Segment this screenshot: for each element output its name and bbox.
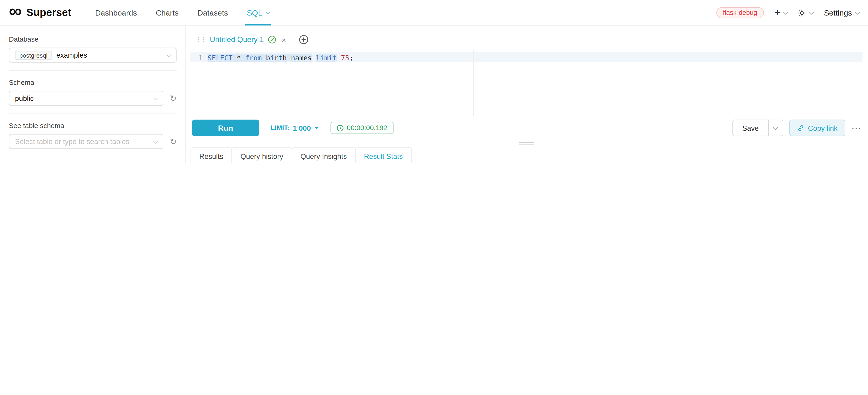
schema-select[interactable]: public [9,91,164,105]
chevron-down-icon [855,10,860,14]
nav-item-label: Dashboards [95,8,137,17]
refresh-schemas-button[interactable]: ↻ [169,94,177,102]
database-label: Database [9,35,177,43]
schema-row: public ↻ [9,91,177,105]
nav-item-datasets[interactable]: Datasets [188,0,238,25]
line-number: 1 [190,54,207,62]
limit-label: LIMIT: [271,124,289,132]
nav-item-label: Charts [156,8,179,17]
table-select-placeholder: Select table or type to search tables [15,138,129,146]
tab-results[interactable]: Results [190,147,232,163]
save-split-button: Save [732,120,783,136]
chevron-down-icon [773,125,778,130]
brand[interactable]: ∞ Superset [9,5,71,20]
chevron-down-icon [783,10,788,14]
limit-dropdown[interactable]: LIMIT: 1 000 [271,124,318,132]
sql-lab-sidebar: Database postgresql examples Schema publ… [0,26,186,163]
app: ∞ Superset DashboardsChartsDatasetsSQL f… [0,0,868,163]
sql-code-editor[interactable]: 1 SELECT * from birth_names limit 75; [190,50,863,116]
grip-row [190,140,863,147]
tab-result-stats[interactable]: Result Stats [355,147,412,163]
sql-token [232,54,237,62]
chevron-down-icon [266,10,270,14]
circle-plus-icon [299,35,308,44]
pane-resize-handle[interactable] [519,143,534,145]
results-tabbar: ResultsQuery historyQuery InsightsResult… [190,147,863,163]
nav-item-sql[interactable]: SQL [238,0,279,25]
body: Database postgresql examples Schema publ… [0,26,868,163]
print-margin [473,50,474,116]
run-button[interactable]: Run [192,120,259,136]
settings-menu[interactable]: Settings [824,8,859,17]
db-engine-badge: postgresql [15,51,52,60]
save-dropdown-button[interactable] [769,120,783,136]
sql-token: SELECT [208,54,232,62]
tab-query-history[interactable]: Query history [231,147,292,163]
chevron-down-icon [809,10,814,14]
database-select[interactable]: postgresql examples [9,48,177,62]
link-icon [797,124,804,131]
table-select[interactable]: Select table or type to search tables [9,134,164,149]
nav-item-label: SQL [247,8,262,17]
sql-token: 75 [341,54,349,62]
nav-item-label: Datasets [197,8,228,17]
new-item-button[interactable]: + [774,8,787,18]
sun-icon [798,9,806,17]
query-timer: 00:00:00.192 [330,122,393,134]
navbar-right: flask-debug + Settings [716,7,859,18]
sql-token [337,54,341,62]
divider [9,70,177,71]
schema-value: public [15,94,34,102]
timer-value: 00:00:00.192 [347,124,388,132]
chevron-down-icon [166,52,171,57]
sql-token: ; [349,54,353,62]
plus-icon: + [774,8,780,18]
theme-toggle-button[interactable] [798,9,813,17]
query-tabbar: ⋮⋮ Untitled Query 1 × [190,29,863,50]
success-check-icon [268,35,276,44]
query-tab[interactable]: ⋮⋮ Untitled Query 1 × [190,29,291,50]
refresh-tables-button[interactable]: ↻ [169,138,177,146]
limit-value: 1 000 [293,124,311,132]
nav-item-charts[interactable]: Charts [146,0,188,25]
divider [9,114,177,114]
sql-editor-panel: ⋮⋮ Untitled Query 1 × 1 SELECT * from bi… [186,26,868,163]
add-tab-button[interactable] [299,35,308,44]
brand-name: Superset [26,7,71,19]
more-actions-button[interactable]: ⋯ [851,122,861,134]
sql-token: birth_names [262,54,312,62]
sql-code: SELECT * from birth_names limit 75; [208,54,353,62]
table-row: Select table or type to search tables ↻ [9,134,177,149]
table-schema-label: See table schema [9,122,177,130]
nav-item-dashboards[interactable]: Dashboards [86,0,146,25]
navbar: ∞ Superset DashboardsChartsDatasetsSQL f… [0,0,868,26]
toolbar-right: Save Copy link ⋯ [732,120,861,136]
close-tab-icon[interactable]: × [282,35,286,44]
chevron-down-icon [153,95,158,100]
sql-token [312,54,316,62]
clock-icon [336,124,343,131]
schema-label: Schema [9,79,177,86]
copy-link-button[interactable]: Copy link [789,120,845,136]
settings-label: Settings [824,8,852,17]
sql-token: from [245,54,262,62]
editor-toolbar: Run LIMIT: 1 000 00:00:00.192 Save [190,116,863,140]
query-tab-title: Untitled Query 1 [210,35,264,44]
database-value: examples [56,51,87,59]
superset-logo-icon: ∞ [9,2,22,20]
environment-badge: flask-debug [716,7,764,18]
drag-handle-icon: ⋮⋮ [195,36,206,43]
sql-token [241,54,245,62]
sql-token: * [237,54,241,62]
save-button[interactable]: Save [732,120,769,136]
chevron-down-icon [153,139,158,143]
main-nav: DashboardsChartsDatasetsSQL [86,0,279,25]
caret-down-icon [314,127,318,131]
tab-query-insights[interactable]: Query Insights [291,147,356,163]
copy-link-label: Copy link [808,124,838,132]
sql-token: limit [316,54,337,62]
